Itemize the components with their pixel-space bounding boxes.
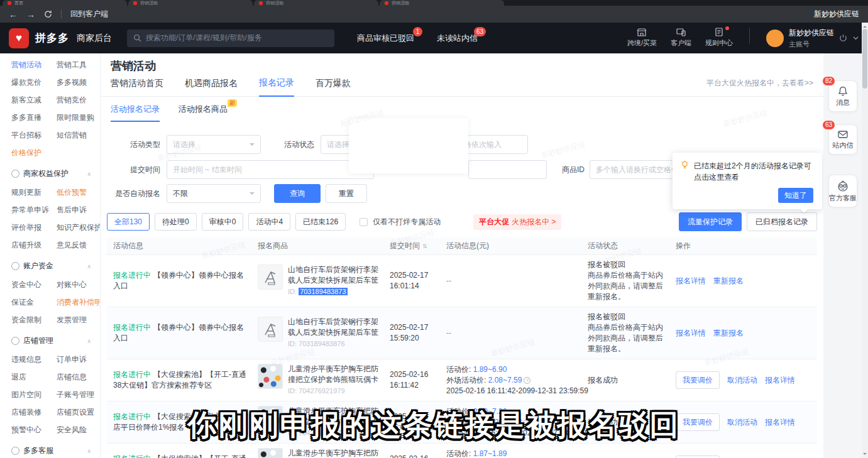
sidebar-item[interactable]: 资金限制 [11,315,57,325]
adjust-price-button[interactable]: 我要调价 [676,371,720,389]
sidebar-item[interactable]: 营销工具 [57,60,100,70]
chip-pending[interactable]: 待处理0 [155,213,197,231]
sidebar-item[interactable]: 对账中心 [57,280,101,290]
sidebar-item[interactable]: 异常单申诉 [11,205,57,215]
signup-detail-link[interactable]: 报名详情 [676,276,706,285]
hot-promo-badge[interactable]: 平台大促火热报名中 > [473,214,561,230]
chip-all[interactable]: 全部130 [107,213,150,231]
cancel-activity-link[interactable]: 取消活动 [727,418,757,427]
unread-mail-link[interactable]: 未读站内信63 [437,33,478,44]
sidebar-item[interactable]: 评价举报 [11,222,57,232]
product-thumbnail[interactable] [258,264,283,290]
sidebar-item[interactable]: 爆款竞价 [11,77,57,87]
sidebar-item[interactable]: 知识产权保护 [57,222,101,232]
chevron-down-icon[interactable] [852,35,859,41]
sidebar-item[interactable]: 发票管理 [57,315,101,325]
activity-type-select[interactable]: 请选择 [167,135,261,154]
scroll-down-icon[interactable] [863,453,867,457]
cross-border-entry[interactable]: 跨境/买菜 [627,28,657,48]
refresh-icon[interactable] [44,10,52,18]
got-it-button[interactable]: 知道了 [778,188,813,203]
sidebar-item[interactable]: 消费者补偿明细 [57,297,101,307]
sort-icon[interactable]: ⇅ [422,243,427,249]
sidebar-section-rights[interactable]: 商家权益保护∧ [11,168,91,179]
sidebar-item[interactable]: 限时限量购 [57,112,100,123]
product-name[interactable]: 儿童滑步平衡车护胸车把防撞把立保护套饰熊猫玩偶卡通公仔把手装 [288,364,381,385]
browser-tab[interactable]: 营销活动 [128,0,253,6]
power-icon[interactable] [839,34,847,42]
browser-tab[interactable]: 营销活动 [380,0,504,6]
chip-reviewing[interactable]: 审核中0 [202,213,244,231]
re-signup-link[interactable]: 重新报名 [713,329,744,337]
traffic-protection-button[interactable]: 流量保护记录 [679,212,742,231]
global-search-input[interactable]: 搜索功能/订单/课程/规则/帮助/服务 [127,30,334,47]
sidebar-item[interactable]: 预警中心 [11,425,57,435]
product-thumbnail[interactable] [258,364,283,389]
sidebar-item[interactable]: 营销竞价 [57,95,100,105]
site-mail-entry[interactable]: 63 站内信 [828,124,857,155]
account-menu[interactable]: 新妙妙供应链 主账号 [766,28,859,49]
help-icon[interactable] [524,419,530,426]
tab-opportunity-signup[interactable]: 机遇商品报名 [185,78,238,96]
official-support-entry[interactable]: 官方客服 [828,175,857,207]
sidebar-item[interactable]: 多多直播 [11,112,57,123]
promo-link[interactable]: 平台大促火热报名中，去看看>> [706,78,813,96]
sidebar-item[interactable]: 意见反馈 [57,240,101,250]
sidebar-item[interactable]: 店铺装修 [11,407,57,417]
sidebar-section-shop[interactable]: 店铺管理∧ [11,335,91,346]
client-app-entry[interactable]: 客户端 [671,28,691,48]
product-thumbnail[interactable] [258,448,283,458]
sidebar-item[interactable]: 平台招标 [11,130,57,140]
sidebar-item[interactable]: 规则更新 [11,187,57,197]
sidebar-section-service[interactable]: 多多客服∧ [11,445,91,456]
product-id[interactable]: ID: 704276921979 [288,428,381,439]
sidebar-item[interactable]: 店铺信息 [57,372,100,382]
product-name[interactable]: 山地自行车后货架钢行李架载人后支架快拆尾架后车筐通用骑行装备 [288,264,381,286]
help-icon[interactable] [524,377,530,384]
browser-profile-name[interactable]: 新妙妙供应链 [814,9,859,19]
archived-records-button[interactable]: 已归档报名记录 [747,212,817,231]
adjust-price-button[interactable]: 我要调价 [676,455,720,458]
browser-tab[interactable]: 首页 [3,0,127,6]
product-id[interactable]: ID: 703189483873 [288,286,381,297]
tab-million-hits[interactable]: 百万爆款 [316,78,351,96]
sidebar-item[interactable]: 子账号管理 [57,390,100,400]
tab-signup-records[interactable]: 报名记录 [259,77,294,97]
re-signup-link[interactable]: 重新报名 [713,276,744,285]
product-name[interactable]: 儿童滑步平衡车护胸车把防撞把立保护套饰熊猫玩偶卡通公仔把手装 [288,406,381,427]
subtab-activity-records[interactable]: 活动报名记录 [111,104,160,122]
sidebar-item-marketing-activity[interactable]: 营销活动 [11,60,57,70]
search-button[interactable]: 查询 [274,184,321,203]
sidebar-item[interactable]: 店铺升级 [11,240,57,250]
reset-button[interactable]: 重置 [326,184,367,203]
sidebar-item[interactable]: 价格保护 [11,148,57,158]
sidebar-item[interactable]: 违规信息 [11,354,57,364]
sidebar-item[interactable]: 退店 [11,372,57,382]
subtab-activity-goods[interactable]: 活动报名商品新 [179,104,228,122]
product-id[interactable]: ID: 703189483876 [288,339,381,349]
scrollbar[interactable] [862,23,868,458]
col-submit-time[interactable]: 提交时间⇅ [390,241,446,251]
auto-signup-select[interactable]: 不限 [167,184,261,203]
sidebar-item[interactable]: 低价预警 [57,187,101,197]
sidebar-item[interactable]: 售后申诉 [57,205,101,215]
signup-detail-link[interactable]: 报名详情 [765,418,795,427]
product-name[interactable]: 山地自行车后货架钢行李架载人后支架快拆尾架后车筐通用骑行装备 [288,317,381,338]
signup-detail-link[interactable]: 报名详情 [765,376,795,384]
sidebar-item[interactable]: 保证金 [11,297,57,307]
chip-ended[interactable]: 已结束126 [295,213,346,231]
sidebar-item[interactable]: 短信营销 [57,130,100,140]
back-icon[interactable]: ← [9,10,18,19]
product-thumbnail[interactable] [258,406,283,431]
messages-entry[interactable]: 82 消息 [828,80,857,112]
forward-icon[interactable]: → [26,10,35,19]
sidebar-item[interactable]: 安全风险 [57,425,100,435]
tab-marketing-home[interactable]: 营销活动首页 [111,78,163,96]
cancel-activity-link[interactable]: 取消活动 [727,376,757,384]
product-thumbnail[interactable] [258,317,283,342]
sidebar-item[interactable]: 店铺页设置 [57,407,100,417]
sidebar-item[interactable]: 订单申诉 [57,354,100,364]
audit-rejected-link[interactable]: 商品审核已驳回1 [357,33,414,44]
checkbox[interactable] [360,218,368,226]
rules-center-entry[interactable]: 规则中心 [705,28,733,48]
